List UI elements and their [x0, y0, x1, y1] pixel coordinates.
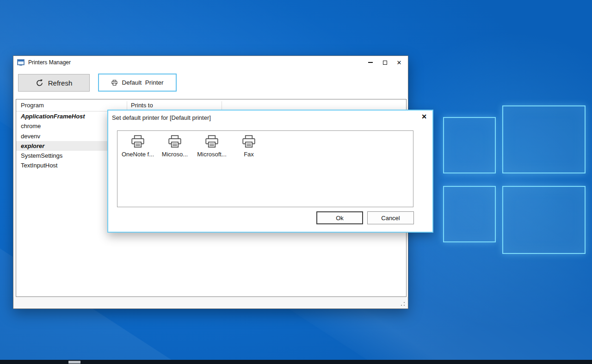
printer-item[interactable]: Microso... [156, 135, 193, 158]
printer-icon [130, 135, 146, 148]
minimize-button[interactable] [367, 59, 374, 66]
status-bar [13, 297, 408, 308]
window-title: Printers Manager [28, 59, 71, 66]
default-printer-button-label: Default Printer [122, 79, 163, 86]
refresh-icon [36, 79, 43, 87]
printer-label: Microso... [162, 151, 188, 158]
printer-item[interactable]: Fax [230, 135, 267, 158]
windows-logo-pane [443, 186, 496, 242]
window-titlebar[interactable]: Printers Manager ✕ [13, 56, 408, 69]
close-icon: ✕ [397, 60, 402, 66]
printer-item[interactable]: Microsoft... [193, 135, 230, 158]
resize-grip-icon[interactable] [400, 301, 405, 306]
column-header-prints-to[interactable]: Prints to [131, 102, 153, 109]
printer-label: Fax [244, 151, 254, 158]
printer-icon [241, 135, 257, 148]
set-default-printer-dialog: Set default printer for [Default printer… [107, 110, 433, 233]
printer-icon [204, 135, 220, 148]
cancel-button[interactable]: Cancel [367, 211, 414, 224]
refresh-button[interactable]: Refresh [18, 74, 90, 92]
maximize-button[interactable] [382, 59, 388, 66]
refresh-button-label: Refresh [48, 79, 73, 87]
windows-logo-pane [502, 105, 586, 173]
windows-logo-pane [443, 117, 496, 173]
dialog-close-button[interactable]: ✕ [421, 113, 427, 120]
column-divider [127, 101, 127, 110]
printer-item[interactable]: OneNote f... [119, 135, 156, 158]
windows-logo-pane [502, 186, 586, 254]
close-button[interactable]: ✕ [396, 59, 402, 66]
printer-label: OneNote f... [122, 151, 154, 158]
maximize-icon [383, 61, 387, 65]
minimize-icon [368, 62, 373, 62]
printer-label: Microsoft... [197, 151, 227, 158]
taskbar[interactable] [0, 360, 592, 364]
taskbar-item[interactable] [68, 361, 80, 364]
default-printer-button[interactable]: Default Printer [98, 74, 177, 92]
window-controls: ✕ [367, 59, 408, 66]
ok-button[interactable]: Ok [316, 211, 363, 224]
app-icon [17, 59, 25, 66]
column-header-program[interactable]: Program [21, 102, 44, 109]
printer-icon [111, 80, 118, 86]
printer-list-panel: OneNote f... Microso... Microsoft... [117, 130, 413, 207]
column-divider [222, 101, 222, 110]
printer-icon [167, 135, 183, 148]
dialog-title: Set default printer for [Default printer… [112, 114, 211, 121]
